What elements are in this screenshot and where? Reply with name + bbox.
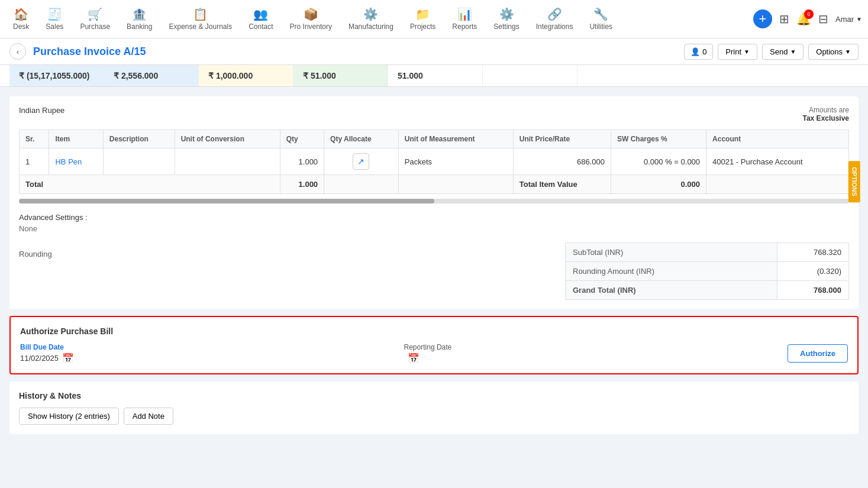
reporting-date-calendar-button[interactable]: 📅 [408,353,420,364]
print-label: Print [725,47,741,56]
col-sr: Sr. [20,130,49,148]
nav-item-settings[interactable]: ⚙️ Settings [486,2,526,35]
tax-exclusive-label: Tax Exclusive [803,114,850,122]
followers-button[interactable]: 👤 0 [684,44,713,60]
nav-label-integrations: Integrations [536,22,573,31]
col-unit-price: Unit Price/Rate [513,130,611,148]
summary-card-3: ₹ 1,000.000 [199,65,293,86]
nav-label-reports: Reports [452,22,477,31]
pro-inventory-icon: 📦 [304,7,318,21]
notification-badge: 0 [804,9,814,19]
col-item: Item [49,130,103,148]
col-qty-allocate: Qty Allocate [324,130,399,148]
authorize-fields: Bill Due Date 11/02/2025 📅 Reporting Dat… [20,343,848,364]
show-history-button[interactable]: Show History (2 entries) [19,408,119,425]
summary-cards: ₹ (15,17,1055.000) ₹ 2,556.000 ₹ 1,000.0… [0,65,868,87]
nav-items: 🏠 Desk 🧾 Sales 🛒 Purchase 🏦 Banking 📋 Ex… [6,2,753,35]
send-button[interactable]: Send ▼ [762,44,804,60]
send-label: Send [770,47,788,56]
invoice-section: OPTIONS Indian Rupee Amounts are Tax Exc… [9,96,859,309]
reporting-date-label: Reporting Date [404,343,779,351]
page-title: Purchase Invoice A/15 [33,46,677,58]
currency-label: Indian Rupee [19,106,64,115]
bill-due-date-calendar-button[interactable]: 📅 [62,353,74,364]
nav-label-sales: Sales [46,22,63,31]
nav-right: + ⊞ 🔔 0 ⊟ Amar ▼ [753,9,862,28]
amounts-label: Amounts are [809,106,849,114]
history-buttons: Show History (2 entries) Add Note [19,408,849,425]
total-item-value: 0.000 [611,175,706,194]
qty-allocate-icon[interactable]: ↗ [353,153,369,170]
print-chevron-icon: ▼ [744,49,750,55]
bill-due-date-value: 11/02/2025 [20,354,59,363]
nav-item-banking[interactable]: 🏦 Banking [120,2,159,35]
cell-qty-allocate: ↗ [324,148,399,175]
banking-icon: 🏦 [132,7,147,21]
utilities-icon: 🔧 [593,7,608,21]
notification-button[interactable]: 🔔 0 [796,12,811,26]
back-button[interactable]: ‹ [9,43,26,60]
summary-value-2: ₹ 2,556.000 [114,71,189,80]
history-section: History & Notes Show History (2 entries)… [9,382,859,434]
nav-item-contact[interactable]: 👥 Contact [241,2,280,35]
add-button[interactable]: + [753,9,772,28]
col-qty: Qty [280,130,324,148]
authorize-button[interactable]: Authorize [788,344,848,363]
total-label: Total [20,175,280,194]
totals-table: SubTotal (INR) 768.320 Rounding Amount (… [565,243,849,299]
add-note-button[interactable]: Add Note [124,408,173,425]
nav-label-settings: Settings [493,22,519,31]
print-button[interactable]: Print ▼ [718,44,757,60]
nav-label-pro-inventory: Pro Inventory [290,22,332,31]
summary-card-4: ₹ 51.000 [293,65,388,86]
nav-label-purchase: Purchase [80,22,110,31]
summary-card-6 [483,65,577,86]
settings-icon: ⚙️ [499,7,514,21]
grid-button[interactable]: ⊞ [779,12,789,26]
rounding-section: Rounding [19,243,52,258]
cell-account: 40021 - Purchase Account [706,148,849,175]
rounding-amount-value: (0.320) [777,262,848,280]
col-uom: Unit of Measurement [398,130,513,148]
summary-card-5: 51.000 [388,65,483,86]
nav-label-utilities: Utilities [589,22,612,31]
invoice-table: Sr. Item Description Unit of Conversion … [19,130,849,194]
nav-item-projects[interactable]: 📁 Projects [403,2,443,35]
advanced-settings-label: Advanced Settings : [19,213,849,222]
subtotal-value: 768.320 [777,243,848,261]
grand-total-value: 768.000 [777,281,848,299]
options-button[interactable]: Options ▼ [808,44,859,60]
nav-item-expense[interactable]: 📋 Expense & Journals [162,2,239,35]
rounding-amount-line: Rounding Amount (INR) (0.320) [565,261,849,281]
scroll-thumb [19,199,434,203]
scroll-indicator[interactable] [19,199,849,203]
rounding-label: Rounding [19,250,52,258]
nav-item-reports[interactable]: 📊 Reports [445,2,484,35]
nav-item-sales[interactable]: 🧾 Sales [38,2,70,35]
nav-item-manufacturing[interactable]: ⚙️ Manufacturing [341,2,401,35]
nav-item-utilities[interactable]: 🔧 Utilities [582,2,619,35]
nav-item-integrations[interactable]: 🔗 Integrations [529,2,580,35]
nav-item-purchase[interactable]: 🛒 Purchase [73,2,117,35]
nav-item-pro-inventory[interactable]: 📦 Pro Inventory [283,2,339,35]
currency-row: Indian Rupee Amounts are Tax Exclusive [19,106,849,122]
bill-due-date-row: 11/02/2025 📅 [20,353,395,364]
header-bar: ‹ Purchase Invoice A/15 👤 0 Print ▼ Send… [0,38,868,65]
cell-unit-conversion [175,148,280,175]
options-tab[interactable]: OPTIONS [848,161,860,202]
subtotal-line: SubTotal (INR) 768.320 [565,243,849,262]
followers-icon: 👤 [690,47,700,56]
nav-label-projects: Projects [410,22,435,31]
options-label: Options [816,47,843,56]
send-chevron-icon: ▼ [790,49,796,55]
desk-icon: 🏠 [14,7,28,21]
cell-item: HB Pen [49,148,103,175]
user-menu-button[interactable]: Amar ▼ [835,15,862,24]
cell-description [103,148,175,175]
apps-button[interactable]: ⊟ [818,12,828,26]
item-link[interactable]: HB Pen [55,157,82,166]
bill-due-date-label: Bill Due Date [20,343,395,351]
bill-due-date-field: Bill Due Date 11/02/2025 📅 [20,343,395,364]
nav-item-desk[interactable]: 🏠 Desk [6,2,36,35]
reporting-date-field: Reporting Date 📅 [404,343,779,364]
